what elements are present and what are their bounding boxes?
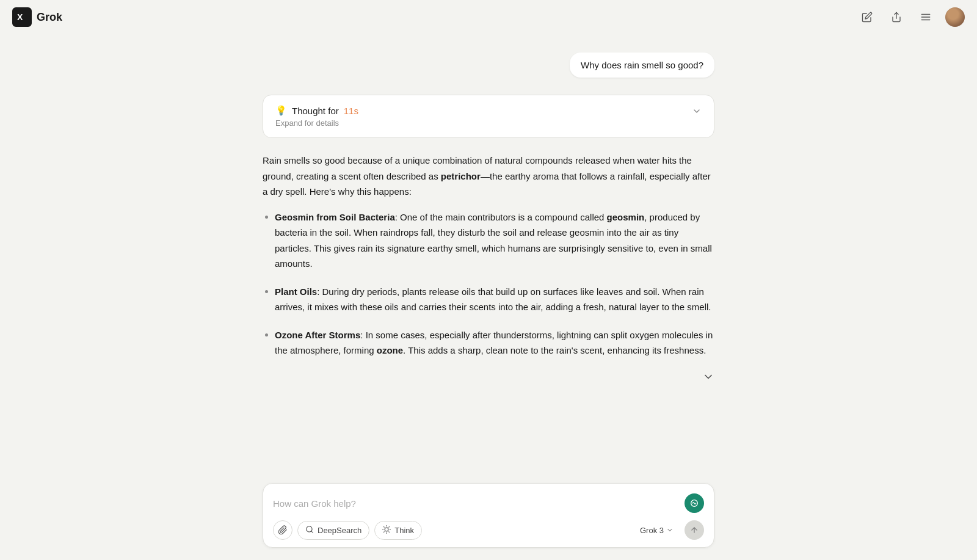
svg-line-16 xyxy=(389,526,390,527)
svg-line-7 xyxy=(311,531,313,533)
compose-button[interactable] xyxy=(857,7,877,27)
ai-response: Rain smells so good because of a unique … xyxy=(263,153,714,358)
chat-input[interactable] xyxy=(273,498,685,509)
think-label: Think xyxy=(394,526,414,535)
thought-left: 💡 Thought for 11s Expand for details xyxy=(275,105,358,128)
svg-line-11 xyxy=(384,526,385,527)
send-button[interactable] xyxy=(685,520,704,540)
list-item: Plant Oils: During dry periods, plants r… xyxy=(263,284,714,315)
think-button[interactable]: Think xyxy=(374,521,422,540)
user-message-text: Why does rain smell so good? xyxy=(581,60,703,70)
svg-text:X: X xyxy=(17,12,23,22)
thought-box[interactable]: 💡 Thought for 11s Expand for details xyxy=(263,95,714,138)
thought-title: 💡 Thought for 11s xyxy=(275,105,358,116)
response-list: Geosmin from Soil Bacteria: One of the m… xyxy=(263,209,714,358)
chevron-down-icon xyxy=(692,106,702,118)
menu-button[interactable] xyxy=(916,7,935,27)
header-actions xyxy=(857,7,965,27)
input-area: DeepSearch xyxy=(250,483,727,560)
input-row xyxy=(273,493,704,513)
thought-expand-text: Expand for details xyxy=(275,118,358,128)
header: X Grok xyxy=(0,0,977,34)
think-icon xyxy=(382,525,391,536)
chat-container: Why does rain smell so good? 💡 Thought f… xyxy=(250,34,727,483)
input-box: DeepSearch xyxy=(263,483,714,548)
user-message: Why does rain smell so good? xyxy=(263,53,714,78)
app-name: Grok xyxy=(37,11,62,24)
deepsearch-button[interactable]: DeepSearch xyxy=(297,521,369,540)
deepsearch-icon xyxy=(305,525,314,536)
grok-icon-button[interactable] xyxy=(685,493,704,513)
scroll-down-button[interactable] xyxy=(702,371,714,386)
app-logo[interactable]: X Grok xyxy=(12,7,62,27)
thought-label: Thought for xyxy=(292,106,339,116)
attach-button[interactable] xyxy=(273,520,292,540)
list-item: Ozone After Storms: In some cases, espec… xyxy=(263,327,714,358)
user-bubble: Why does rain smell so good? xyxy=(570,53,714,78)
toolbar-right: Grok 3 xyxy=(634,520,704,540)
model-selector[interactable]: Grok 3 xyxy=(634,522,680,539)
toolbar-left: DeepSearch xyxy=(273,520,422,540)
svg-point-8 xyxy=(385,528,388,531)
lightbulb-icon: 💡 xyxy=(275,105,287,116)
scroll-down xyxy=(263,371,714,386)
share-button[interactable] xyxy=(887,7,906,27)
model-label: Grok 3 xyxy=(640,526,664,535)
svg-line-15 xyxy=(384,531,385,532)
input-toolbar: DeepSearch xyxy=(273,520,704,540)
main-content: Why does rain smell so good? 💡 Thought f… xyxy=(0,0,977,560)
response-intro: Rain smells so good because of a unique … xyxy=(263,153,714,200)
svg-line-12 xyxy=(389,531,390,532)
logo-icon: X xyxy=(12,7,32,27)
list-item: Geosmin from Soil Bacteria: One of the m… xyxy=(263,209,714,272)
deepsearch-label: DeepSearch xyxy=(318,526,361,535)
thought-duration: 11s xyxy=(344,106,358,116)
user-avatar[interactable] xyxy=(945,7,965,27)
